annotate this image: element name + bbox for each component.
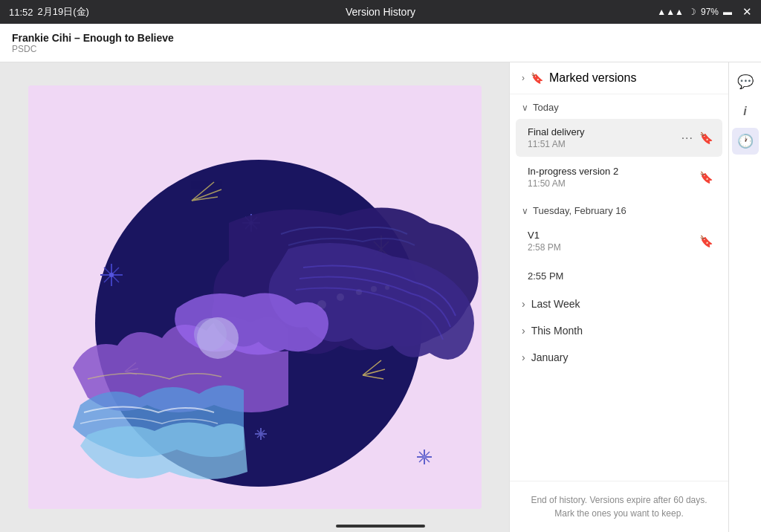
battery-percent: 97% [701, 7, 719, 17]
side-toolbar: 💬 i 🕐 [728, 62, 761, 532]
version-item-v1[interactable]: V1 2:58 PM 🔖 [516, 222, 722, 260]
home-indicator [336, 525, 425, 528]
dots-menu-icon[interactable]: ··· [681, 132, 693, 145]
history-button[interactable]: 🕐 [732, 128, 759, 155]
marked-versions-row[interactable]: › 🔖 Marked versions [510, 62, 728, 94]
history-footer: End of history. Versions expire after 60… [510, 481, 728, 532]
info-icon: i [743, 105, 746, 118]
version-name-in-progress-v2: In-progress version 2 [528, 166, 710, 177]
bookmark-icon: 🔖 [531, 72, 543, 84]
tuesday-label: Tuesday, February 16 [533, 205, 626, 216]
file-subtitle: PSDC [12, 44, 174, 54]
today-label: Today [533, 102, 559, 113]
title-bar: Frankie Cihi – Enough to Believe PSDC [0, 24, 761, 62]
bookmark-button-in-progress[interactable]: 🔖 [699, 171, 713, 184]
last-week-chevron-icon: › [522, 298, 525, 310]
artwork-svg: Frankie Cihi [28, 85, 482, 509]
right-panel: › 🔖 Marked versions ∨ Today Final delive… [509, 62, 728, 532]
status-right: ▲▲▲ ☽ 97% ▬ ✕ [657, 5, 752, 19]
footer-note: End of history. Versions expire after 60… [531, 495, 707, 519]
main-content: Frankie Cihi › 🔖 Marked versions ∨ Today [0, 62, 761, 532]
svg-point-6 [109, 273, 114, 277]
section-tuesday-header[interactable]: ∨ Tuesday, February 16 [510, 198, 728, 221]
version-time-255pm: 2:55 PM [528, 270, 710, 282]
section-today-header[interactable]: ∨ Today [510, 94, 728, 117]
time: 11:52 [9, 7, 33, 18]
close-button[interactable]: ✕ [742, 5, 752, 19]
marked-versions-label: Marked versions [549, 71, 636, 85]
info-button[interactable]: i [732, 98, 759, 125]
app-title: Version History [346, 6, 415, 18]
marked-versions-chevron-right: › [522, 73, 525, 83]
this-month-chevron-icon: › [522, 325, 525, 337]
version-item-final-delivery[interactable]: Final delivery 11:51 AM ··· 🔖 [516, 119, 722, 157]
version-time-v1: 2:58 PM [528, 242, 710, 253]
comments-icon: 💬 [737, 74, 754, 90]
status-bar: 11:52 2月19日(金) Version History ▲▲▲ ☽ 97%… [0, 0, 761, 24]
history-panel: › 🔖 Marked versions ∨ Today Final delive… [510, 62, 728, 481]
date: 2月19日(金) [38, 5, 89, 19]
january-label: January [531, 351, 569, 363]
canvas-area: Frankie Cihi [0, 62, 509, 532]
file-title: Frankie Cihi – Enough to Believe [12, 32, 174, 44]
moon-icon: ☽ [688, 7, 696, 17]
svg-point-16 [423, 455, 426, 458]
svg-point-35 [194, 318, 227, 351]
version-actions-final-delivery: ··· 🔖 [681, 132, 713, 145]
battery-icon: ▬ [723, 7, 732, 17]
version-time-in-progress-v2: 11:50 AM [528, 178, 710, 189]
version-item-in-progress-v2[interactable]: In-progress version 2 11:50 AM 🔖 [516, 158, 722, 196]
comments-button[interactable]: 💬 [732, 68, 759, 95]
this-month-label: This Month [531, 325, 583, 337]
bookmark-button-v1[interactable]: 🔖 [699, 235, 713, 248]
section-last-week[interactable]: › Last Week [510, 291, 728, 317]
version-actions-v1: 🔖 [699, 235, 713, 248]
section-this-month[interactable]: › This Month [510, 317, 728, 344]
version-actions-in-progress: 🔖 [699, 171, 713, 184]
today-chevron-icon: ∨ [522, 103, 528, 113]
january-chevron-icon: › [522, 351, 525, 363]
section-january[interactable]: › January [510, 344, 728, 371]
version-item-255pm[interactable]: 2:55 PM [516, 262, 722, 289]
version-name-v1: V1 [528, 230, 710, 241]
bookmark-button-final-delivery[interactable]: 🔖 [699, 132, 713, 145]
artwork-container: Frankie Cihi [28, 85, 482, 509]
tuesday-chevron-icon: ∨ [522, 206, 528, 216]
wifi-icon: ▲▲▲ [657, 7, 684, 17]
history-icon: 🕐 [737, 133, 754, 149]
status-left: 11:52 2月19日(金) [9, 5, 89, 19]
last-week-label: Last Week [531, 298, 580, 310]
